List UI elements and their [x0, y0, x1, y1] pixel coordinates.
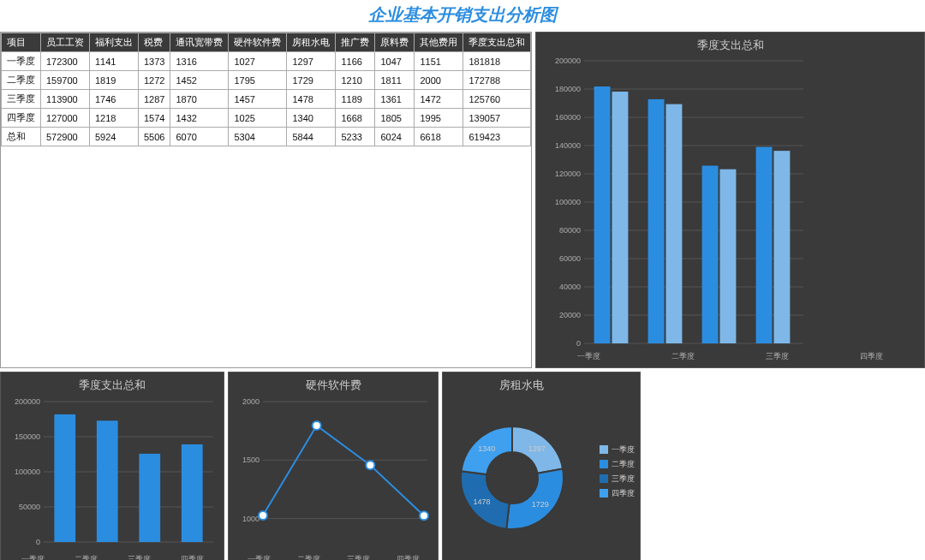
svg-rect-26	[702, 165, 719, 343]
legend-item: 一季度	[600, 444, 635, 456]
svg-text:200000: 200000	[15, 397, 40, 406]
svg-text:2000: 2000	[242, 397, 260, 406]
svg-text:20000: 20000	[559, 311, 581, 319]
svg-text:50000: 50000	[19, 503, 40, 511]
svg-text:100000: 100000	[555, 198, 581, 206]
col-header: 房租水电	[287, 33, 336, 52]
col-header: 原料费	[375, 33, 415, 52]
chart-title: 季度支出总和	[541, 38, 919, 53]
legend-item: 二季度	[600, 459, 635, 470]
svg-point-51	[313, 421, 321, 430]
svg-text:120000: 120000	[555, 170, 581, 178]
svg-text:80000: 80000	[559, 226, 581, 235]
col-header: 通讯宽带费	[170, 33, 229, 52]
svg-text:60000: 60000	[559, 254, 581, 263]
svg-rect-40	[54, 414, 75, 542]
svg-text:1340: 1340	[478, 444, 495, 453]
svg-text:140000: 140000	[555, 141, 581, 150]
col-header: 员工工资	[41, 33, 90, 52]
svg-text:0: 0	[576, 339, 581, 348]
chart-quarterly-total: 季度支出总和 050000100000150000200000 一季度二季度三季…	[0, 372, 224, 560]
page-title: 企业基本开销支出分析图	[0, 0, 925, 32]
col-header: 项目	[2, 33, 41, 52]
svg-rect-43	[182, 444, 203, 542]
legend: 一季度二季度三季度四季度	[600, 378, 635, 560]
svg-text:180000: 180000	[555, 85, 581, 93]
table-row: 一季度1723001141137313161027129711661047115…	[2, 52, 531, 71]
chart-big-total: 季度支出总和 020000400006000080000100000120000…	[535, 32, 925, 368]
col-header: 福利支出	[90, 33, 139, 52]
table-row: 四季度1270001218157414321025134016681805199…	[2, 109, 531, 128]
svg-text:200000: 200000	[555, 57, 581, 65]
col-header: 税费	[139, 33, 170, 52]
svg-point-52	[366, 461, 374, 469]
svg-text:100000: 100000	[15, 468, 40, 476]
svg-rect-28	[756, 147, 773, 343]
chart-rent: 房租水电 1297172914781340 一季度二季度三季度四季度	[442, 372, 641, 560]
data-table: 项目员工工资福利支出税费通讯宽带费硬件软件费房租水电推广费原料费其他费用季度支出…	[0, 32, 532, 368]
svg-rect-42	[139, 454, 160, 542]
svg-text:1500: 1500	[242, 456, 260, 464]
table-row: 三季度1139001746128718701457147811891361147…	[2, 90, 531, 109]
svg-text:1297: 1297	[528, 444, 546, 453]
svg-text:1000: 1000	[242, 515, 260, 523]
svg-point-53	[420, 511, 428, 520]
svg-text:150000: 150000	[15, 432, 40, 441]
legend-item: 三季度	[600, 474, 635, 485]
svg-text:0: 0	[36, 538, 40, 546]
svg-rect-27	[720, 170, 737, 343]
col-header: 硬件软件费	[229, 33, 287, 52]
legend-item: 四季度	[600, 488, 635, 499]
chart-title: 季度支出总和	[6, 378, 218, 393]
chart-title: 房租水电	[448, 378, 594, 393]
chart-hardware: 硬件软件费 100015002000 一季度二季度三季度四季度	[228, 372, 439, 560]
svg-rect-23	[612, 92, 629, 343]
chart-title: 硬件软件费	[234, 378, 433, 393]
svg-text:1729: 1729	[532, 500, 549, 509]
svg-rect-29	[774, 151, 791, 343]
svg-rect-22	[594, 86, 611, 343]
table-row: 总和57290059245506607053045844523360246618…	[2, 128, 531, 146]
svg-rect-25	[666, 104, 683, 343]
svg-text:40000: 40000	[559, 283, 581, 291]
col-header: 季度支出总和	[463, 33, 531, 52]
svg-point-50	[259, 511, 267, 520]
svg-text:1478: 1478	[474, 497, 491, 506]
svg-rect-41	[97, 420, 118, 542]
svg-rect-24	[648, 99, 665, 343]
table-row: 二季度1597001819127214521795172912101811200…	[2, 71, 531, 90]
col-header: 推广费	[336, 33, 375, 52]
svg-text:160000: 160000	[555, 113, 581, 122]
col-header: 其他费用	[415, 33, 463, 52]
